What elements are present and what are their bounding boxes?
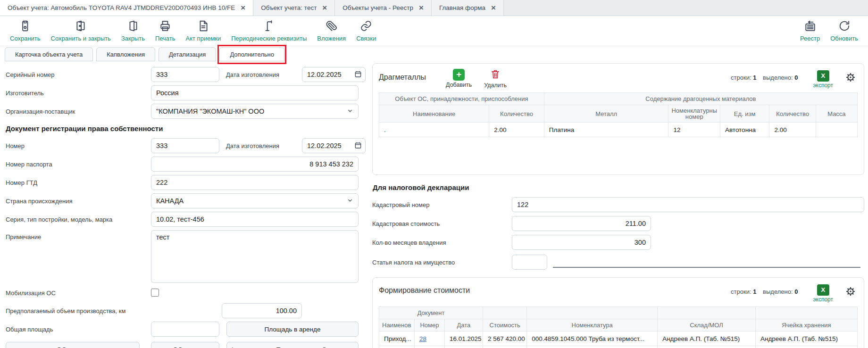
cost-formation-table: Документ Наименование Номер Дата Стоимос…: [379, 307, 858, 348]
field-label: Общая площадь: [6, 325, 151, 333]
save-button[interactable]: Сохранить: [5, 18, 46, 44]
toolbar-button-label: Сохранить и закрыть: [51, 35, 111, 42]
main-toolbar: Сохранить Сохранить и закрыть Закрыть Пе…: [0, 16, 868, 46]
close-icon[interactable]: ×: [241, 4, 245, 12]
table-row[interactable]: . 2.00 Платина 12 Автотонна 2.00: [379, 123, 858, 137]
column-header[interactable]: Металл: [544, 105, 668, 123]
document-link[interactable]: 28: [419, 335, 426, 342]
series-model-input[interactable]: [151, 212, 359, 227]
area-rent-button[interactable]: Площадь в аренде: [226, 322, 359, 337]
close-icon[interactable]: ×: [491, 4, 496, 12]
window-tab-test[interactable]: Объект учета: тест ×: [253, 0, 335, 16]
production-volume-input[interactable]: [222, 303, 302, 318]
cadastral-value-input[interactable]: [512, 216, 651, 231]
column-header[interactable]: Количество: [769, 105, 816, 123]
links-button[interactable]: Связки: [351, 18, 381, 44]
window-tab-label: Объект учета: тест: [261, 4, 317, 11]
cell-nomenclature-number: 12: [668, 123, 720, 137]
total-area-input[interactable]: [151, 322, 219, 337]
excel-export-button[interactable]: X экспорт: [813, 70, 833, 89]
column-header[interactable]: Наименование: [379, 105, 489, 123]
tab-additional[interactable]: Дополнительно: [219, 47, 284, 61]
export-label: экспорт: [813, 296, 833, 303]
os-auto-button[interactable]: ОС авто: [151, 342, 219, 348]
column-header[interactable]: Количество: [489, 105, 544, 123]
doc-date-field: [302, 138, 366, 153]
panel-title: Формирование стоимости: [379, 282, 470, 295]
doc-number-input[interactable]: [151, 138, 219, 153]
column-header[interactable]: Наименование: [379, 319, 415, 331]
add-row-button[interactable]: + Добавить: [446, 69, 472, 88]
attachments-button[interactable]: Вложения: [312, 18, 351, 44]
note-textarea[interactable]: тест: [151, 230, 359, 283]
country-select[interactable]: КАНАДА: [151, 193, 359, 208]
left-form: Серийный номер Дата изготовления Изготов…: [0, 61, 366, 348]
form-tab-label: Детализация: [169, 51, 206, 58]
column-header[interactable]: Масса: [816, 105, 857, 123]
passport-number-input[interactable]: [151, 157, 359, 172]
chevron-down-icon: [347, 197, 353, 205]
column-header[interactable]: Ячейка хранения: [755, 319, 857, 331]
excel-export-button[interactable]: X экспорт: [813, 284, 833, 303]
ownership-months-input[interactable]: [512, 235, 651, 250]
cadastral-number-input[interactable]: [512, 197, 864, 212]
tab-detailing[interactable]: Детализация: [159, 47, 216, 61]
column-header[interactable]: Номенклатура: [527, 319, 658, 331]
toolbar-button-label: Акт приемки: [186, 35, 221, 42]
calendar-icon[interactable]: [354, 70, 362, 80]
gear-icon[interactable]: [845, 286, 856, 298]
group-header: Содержание драгоценных материалов: [544, 93, 857, 105]
column-header[interactable]: Склад/МОЛ: [658, 319, 756, 331]
gear-icon[interactable]: [845, 72, 856, 84]
window-tab-registry[interactable]: Объекты учета - Реестр ×: [335, 0, 432, 16]
gtd-number-input[interactable]: [151, 175, 359, 190]
column-header[interactable]: Стоимость: [483, 319, 527, 331]
periodic-requisites-button[interactable]: Периодические реквизиты: [226, 18, 312, 44]
column-header[interactable]: Номер: [415, 319, 445, 331]
window-tab-main-form[interactable]: Главная форма ×: [432, 0, 504, 16]
field-label: Кадастровый номер: [372, 201, 512, 208]
close-icon[interactable]: ×: [419, 4, 424, 12]
save-and-close-button[interactable]: Сохранить и закрыть: [46, 18, 116, 44]
close-button[interactable]: Закрыть: [116, 18, 150, 44]
column-header[interactable]: Ед. изм: [720, 105, 769, 123]
window-tab-asset-card[interactable]: Объект учета: Автомобиль TOYOTA RAV4 JTM…: [0, 0, 253, 16]
mobilization-checkbox[interactable]: [151, 289, 159, 297]
field-label: Номер: [6, 142, 151, 149]
cell-doc-date: 16.01.2025: [444, 331, 483, 346]
toolbar-button-label: Обновить: [830, 35, 858, 42]
refresh-button[interactable]: Обновить: [825, 18, 863, 44]
acceptance-act-button[interactable]: Акт приемки: [181, 18, 226, 44]
scroll-icon: [263, 20, 275, 34]
initial-cost-button[interactable]: Формирование Первоначальной стоимост: [226, 342, 359, 348]
table-row[interactable]: Приход... 28 16.01.2025 2 567 420.00 000…: [379, 331, 858, 346]
serial-number-input[interactable]: [151, 67, 219, 82]
cost-formation-panel: Формирование стоимости строки: 1 выделен…: [372, 277, 864, 348]
form-tab-label: Дополнительно: [230, 51, 274, 58]
toolbar-button-label: Вложения: [317, 35, 346, 42]
close-icon[interactable]: ×: [322, 4, 327, 12]
form-tab-label: Карточка объекта учета: [15, 51, 83, 58]
os-building-button[interactable]: ОС здания: [6, 342, 140, 348]
toolbar-button-label: Периодические реквизиты: [231, 35, 307, 42]
field-label: Страна происхождения: [6, 197, 151, 205]
form-tab-bar: Карточка объекта учета Капвложения Детал…: [0, 47, 868, 61]
calendar-icon[interactable]: [354, 141, 362, 151]
select-value: КАНАДА: [156, 197, 184, 205]
manufacturer-input[interactable]: [151, 85, 359, 100]
print-button[interactable]: Печать: [150, 18, 181, 44]
form-tab-label: Капвложения: [107, 51, 145, 58]
tax-article-code-input[interactable]: [512, 255, 547, 270]
registry-button[interactable]: Реестр: [795, 18, 825, 44]
tab-capital-investments[interactable]: Капвложения: [96, 47, 155, 61]
tax-article-value-field[interactable]: [553, 254, 860, 268]
save-and-close-icon: [75, 20, 87, 34]
delete-row-button[interactable]: Удалить: [484, 69, 507, 89]
cell-cost: 2 567 420.00: [483, 331, 527, 346]
cell-storage: Андреев А.П. (Таб. №515): [755, 331, 857, 346]
column-header[interactable]: Номенклатурный номер: [668, 105, 720, 123]
column-header[interactable]: Дата: [444, 319, 483, 331]
supplier-select[interactable]: "КОМПАНИЯ "ЭКОМАШ-КН" ООО: [151, 104, 359, 119]
tab-object-card[interactable]: Карточка объекта учета: [5, 47, 93, 61]
chain-link-icon: [360, 20, 372, 34]
